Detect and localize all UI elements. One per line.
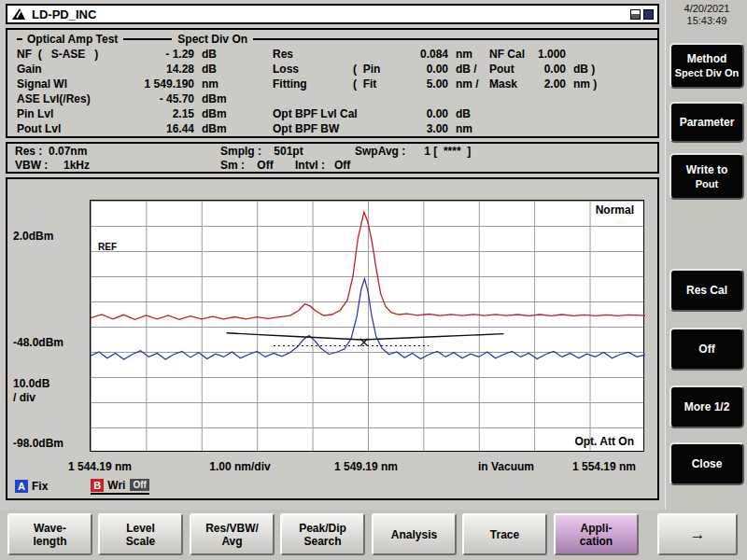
fkey-label: cation	[580, 535, 613, 548]
trace-b-line	[91, 279, 645, 359]
param-sublabel	[353, 106, 407, 121]
clock: 4/20/2021 15:43:49	[666, 3, 747, 27]
param-value: 1.000	[532, 47, 566, 62]
legend-line	[123, 38, 172, 40]
optical-att-label: Opt. Att On	[574, 435, 634, 448]
sweep-settings-bar: Res : 0.07nm Smplg : 501pt SwpAvg : 1 [ …	[6, 142, 659, 174]
param-row: NF ( S-ASE ) - 1.29 dB Res 0.084 nm NF C…	[17, 47, 657, 62]
maximize-icon[interactable]	[643, 9, 654, 20]
param-value	[532, 121, 566, 136]
sweep-mode-label: Normal	[596, 203, 634, 217]
softkey-parameter[interactable]: Parameter	[669, 102, 744, 143]
trace-a-badge[interactable]: A	[15, 480, 28, 493]
osa-screen: { "titlebar": { "title": "LD-PD_INC" }, …	[0, 0, 747, 560]
fkey-next-menu[interactable]: →	[657, 513, 738, 555]
param-unit: dB	[194, 62, 273, 77]
param-unit: nm )	[566, 77, 597, 91]
param-unit	[566, 121, 573, 136]
fkey-label: Avg	[221, 535, 242, 548]
fkey-label: Level	[126, 522, 155, 535]
param-label: Fitting	[273, 77, 353, 91]
param-value: 2.15	[138, 106, 194, 121]
softkey-more[interactable]: More 1/2	[669, 385, 744, 428]
softkey-off[interactable]: Off	[669, 328, 744, 371]
brand-logo-icon	[11, 7, 26, 21]
param-value: 14.28	[138, 62, 194, 77]
trace-a-line	[91, 212, 645, 319]
param-unit: dBm	[194, 106, 273, 121]
param-value: 5.00	[407, 77, 448, 91]
param-sublabel: ( Fit	[353, 77, 407, 91]
param-label	[273, 91, 353, 106]
param-label: Pout Lvl	[17, 121, 138, 136]
legend-line	[253, 38, 657, 40]
fkey-res-vbw-avg[interactable]: Res/VBW/ Avg	[190, 513, 275, 555]
param-value	[407, 91, 448, 106]
fkey-trace[interactable]: Trace	[462, 513, 547, 555]
softkey-write-to-pout[interactable]: Write to Pout	[669, 153, 744, 200]
param-label: Res	[273, 47, 353, 62]
param-row: Signal Wl 1 549.190 nm Fitting ( Fit 5.0…	[17, 77, 657, 91]
param-label: Gain	[17, 62, 138, 77]
minimize-icon[interactable]	[630, 9, 641, 20]
param-label	[489, 121, 532, 136]
softkey-label: Off	[698, 343, 714, 357]
param-unit: dB )	[566, 62, 595, 77]
softkey-method[interactable]: Method Spect Div On	[669, 43, 744, 89]
y-axis-scale-label-2: / div	[13, 391, 35, 404]
fkey-level-scale[interactable]: Level Scale	[98, 513, 183, 555]
fkey-label: length	[34, 535, 67, 548]
legend-line	[17, 38, 22, 40]
window-title: LD-PD_INC	[32, 7, 627, 21]
param-unit: nm /	[448, 77, 489, 91]
fkey-label: Res/VBW/	[205, 522, 259, 535]
param-row: Gain 14.28 dB Loss ( Pin 0.00 dB / Pout …	[17, 62, 657, 77]
param-unit: dBm	[194, 91, 273, 106]
date-text: 4/20/2021	[666, 3, 747, 15]
param-unit: dBm	[194, 121, 273, 136]
softkey-label: More 1/2	[684, 400, 730, 414]
param-unit	[566, 91, 573, 106]
param-value: 0.00	[407, 62, 448, 77]
param-sublabel	[353, 47, 407, 62]
param-label: Pin Lvl	[17, 106, 138, 121]
fkey-label: Peak/Dip	[299, 522, 346, 535]
param-value: - 1.29	[138, 47, 194, 62]
param-label	[489, 106, 532, 121]
softkey-label: Close	[692, 457, 723, 471]
fit-line-solid	[227, 333, 504, 340]
fkey-analysis[interactable]: Analysis	[372, 513, 457, 555]
param-row: ASE Lvl(/Res) - 45.70 dBm	[17, 91, 657, 106]
x-axis-medium-label: in Vacuum	[478, 460, 534, 473]
x-axis-start-label: 1 544.19 nm	[68, 460, 132, 473]
softkey-res-cal[interactable]: Res Cal	[669, 269, 744, 312]
y-axis-ref-label: 2.0dBm	[13, 230, 53, 243]
softkey-sidebar: 4/20/2021 15:43:49 Method Spect Div On P…	[665, 0, 747, 510]
param-label: Opt BPF BW	[273, 121, 353, 136]
x-axis-div-label: 1.00 nm/div	[209, 460, 270, 473]
smoothing-setting: Sm : Off	[220, 159, 274, 172]
param-unit: nm	[448, 47, 489, 62]
fkey-peak-dip-search[interactable]: Peak/Dip Search	[280, 513, 365, 555]
param-unit: dB /	[448, 62, 489, 77]
ref-level-label: REF	[98, 242, 117, 252]
param-value	[532, 91, 566, 106]
fkey-application[interactable]: Appli- cation	[554, 513, 639, 555]
param-panel: Optical Amp Test Spect Div On NF ( S-ASE…	[6, 28, 659, 138]
param-label: NF ( S-ASE )	[17, 47, 138, 62]
param-value: 0.00	[532, 62, 566, 77]
chart-panel: 2.0dBm -48.0dBm 10.0dB / div -98.0dBm RE…	[6, 177, 659, 500]
trace-b-mode: Wri	[107, 479, 125, 492]
fkey-wavelength[interactable]: Wave- length	[7, 513, 92, 555]
res-setting: Res : 0.07nm	[15, 145, 87, 158]
trace-status-bar: A Fix B Wri Off	[15, 478, 149, 495]
function-key-bar: Wave- length Level Scale Res/VBW/ Avg Pe…	[0, 510, 747, 560]
trace-a-mode: Fix	[32, 480, 48, 493]
param-label: Opt BPF Lvl Cal	[273, 106, 353, 121]
softkey-close[interactable]: Close	[669, 442, 744, 485]
trace-b-group[interactable]: B Wri Off	[91, 479, 149, 495]
param-sublabel: ( Pin	[353, 62, 407, 77]
param-label: Pout	[489, 62, 532, 77]
param-unit: dB	[448, 106, 489, 121]
fkey-label: Trace	[490, 528, 519, 541]
